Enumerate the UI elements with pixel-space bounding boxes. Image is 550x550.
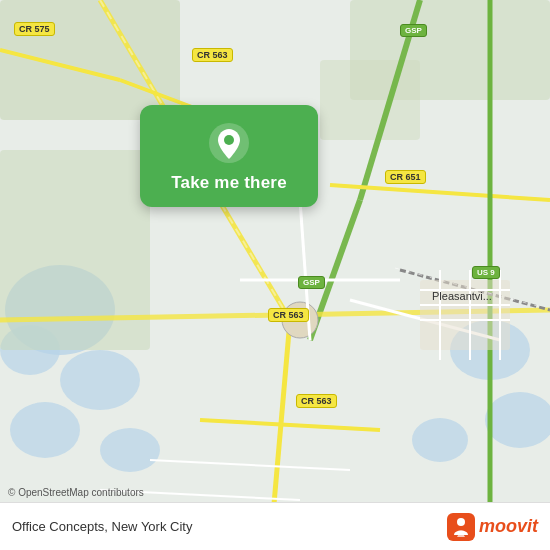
road-label-cr563-bot: CR 563 [296,394,337,408]
town-label-pleasantville: Pleasantvi... [432,290,492,302]
svg-point-40 [224,135,234,145]
map-container: CR 575 CR 563 GSP CR 651 GSP CR 563 US 9… [0,0,550,550]
svg-point-5 [100,428,160,472]
road-label-us9: US 9 [472,266,500,279]
take-me-there-card[interactable]: Take me there [140,105,318,207]
road-label-gsp-top: GSP [400,24,427,37]
svg-point-3 [60,350,140,410]
map-attribution: © OpenStreetMap contributors [8,487,144,498]
moovit-icon [447,513,475,541]
moovit-text: moovit [479,516,538,537]
road-label-cr563-mid: CR 563 [268,308,309,322]
svg-point-4 [10,402,80,458]
map-background [0,0,550,550]
take-me-there-label: Take me there [171,173,287,193]
moovit-logo: moovit [447,513,538,541]
place-info: Office Concepts, New York City [12,519,192,534]
road-label-cr563-top: CR 563 [192,48,233,62]
place-title: Office Concepts [12,519,104,534]
svg-rect-9 [0,0,180,120]
place-separator: , [104,519,111,534]
place-location: New York City [112,519,193,534]
road-label-gsp-mid: GSP [298,276,325,289]
svg-point-8 [412,418,468,462]
svg-point-42 [457,518,465,526]
svg-rect-12 [320,60,420,140]
road-label-cr575: CR 575 [14,22,55,36]
location-pin-icon [207,121,251,165]
road-label-cr651: CR 651 [385,170,426,184]
bottom-bar: Office Concepts, New York City moovit [0,502,550,550]
